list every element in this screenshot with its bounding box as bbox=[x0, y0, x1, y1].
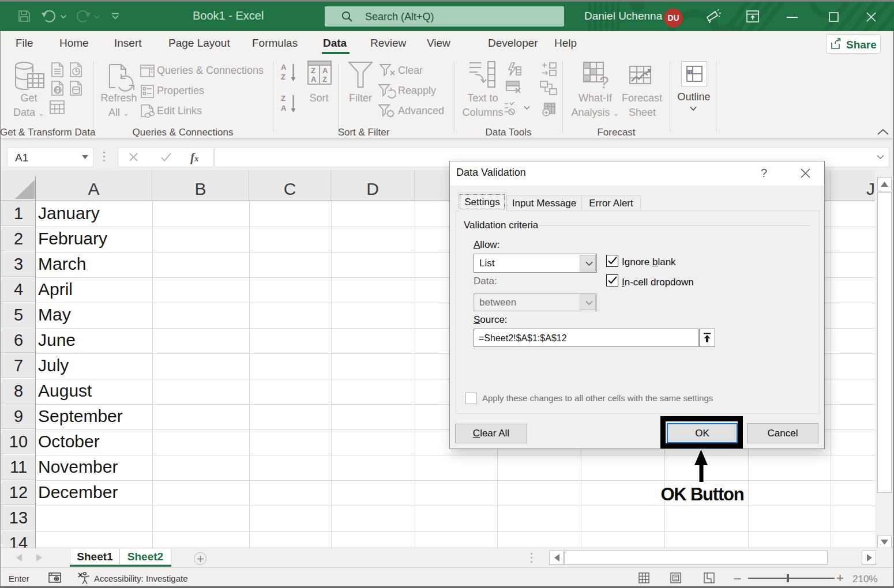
svg-text:A: A bbox=[311, 75, 317, 84]
svg-text:A: A bbox=[281, 104, 287, 112]
svg-text:A: A bbox=[322, 66, 328, 75]
svg-text:?: ? bbox=[599, 73, 609, 89]
svg-text:Z: Z bbox=[281, 73, 286, 81]
svg-text:A: A bbox=[281, 63, 287, 71]
svg-text:Z: Z bbox=[281, 94, 286, 103]
svg-text:Z: Z bbox=[322, 75, 327, 84]
svg-text:Z: Z bbox=[311, 66, 315, 75]
